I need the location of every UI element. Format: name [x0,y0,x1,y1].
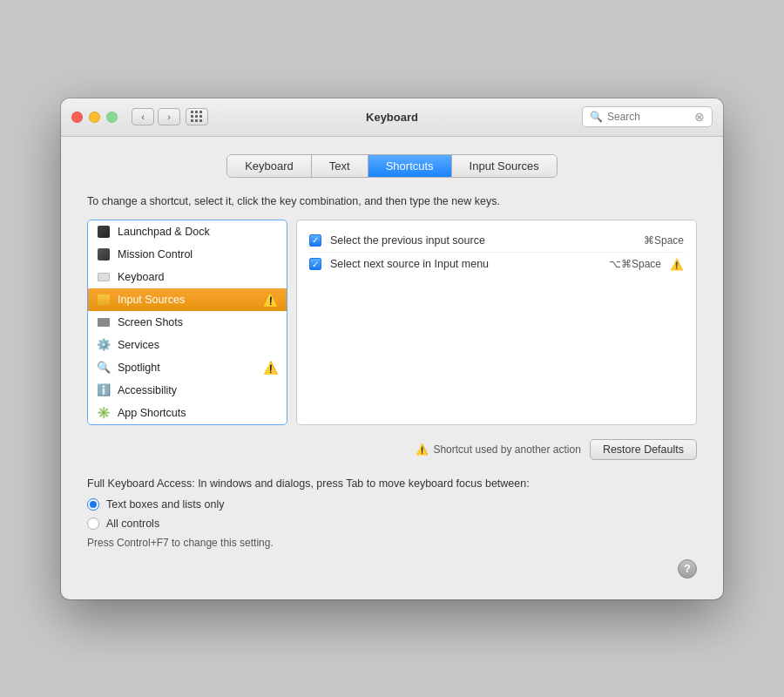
spotlight-warning-icon: ⚠️ [263,361,278,375]
sidebar-item-keyboard[interactable]: Keyboard [88,266,287,288]
sidebar-label-keyboard: Keyboard [118,271,165,283]
keyboard-access-section: Full Keyboard Access: In windows and dia… [87,477,697,549]
shortcut-key-next-input[interactable]: ⌥⌘Space [609,258,661,270]
shortcuts-panel: ✓ Select the previous input source ⌘Spac… [296,220,697,425]
radio-inner-text-boxes [90,501,97,508]
radio-label-all-controls: All controls [106,518,159,530]
accessibility-icon: ℹ️ [97,383,111,397]
shortcut-label-prev-input: Select the previous input source [330,234,635,247]
help-section: ? [87,559,697,579]
next-input-warning-icon: ⚠️ [670,258,684,271]
grid-icon [191,111,203,123]
shortcut-label-next-input: Select next source in Input menu [330,258,600,270]
sidebar-item-services[interactable]: ⚙️ Services [88,334,287,356]
search-input[interactable] [607,111,690,123]
sidebar-item-input-sources[interactable]: Input Sources ⚠️ [88,288,287,311]
keyboard-preferences-window: ‹ › Keyboard 🔍 ⊗ Keyboard Text Shortcuts… [61,98,723,599]
sidebar-item-app-shortcuts[interactable]: ✳️ App Shortcuts [88,402,287,424]
restore-defaults-button[interactable]: Restore Defaults [590,439,697,460]
grid-button[interactable] [186,108,208,125]
shortcut-checkbox-prev-input[interactable]: ✓ [309,234,321,247]
content-area: Keyboard Text Shortcuts Input Sources To… [61,137,723,599]
radio-btn-text-boxes[interactable] [87,498,99,511]
sidebar-label-accessibility: Accessibility [118,384,177,396]
keyboard-icon [97,270,111,284]
keyboard-access-title: Full Keyboard Access: In windows and dia… [87,477,697,490]
sidebar-label-input-sources: Input Sources [118,294,185,306]
radio-group: Text boxes and lists only All controls [87,498,697,530]
appshortcuts-icon: ✳️ [97,406,111,420]
tab-bar: Keyboard Text Shortcuts Input Sources [87,154,697,178]
radio-text-boxes[interactable]: Text boxes and lists only [87,498,697,511]
help-button[interactable]: ? [678,559,697,579]
close-button[interactable] [71,112,83,123]
sidebar-label-launchpad: Launchpad & Dock [118,226,210,238]
gear-icon: ⚙️ [97,338,111,352]
search-bar[interactable]: 🔍 ⊗ [582,106,713,127]
titlebar: ‹ › Keyboard 🔍 ⊗ [61,98,723,137]
press-note: Press Control+F7 to change this setting. [87,537,697,549]
instructions-text: To change a shortcut, select it, click t… [87,195,697,207]
sidebar-item-screen-shots[interactable]: Screen Shots [88,311,287,334]
sidebar-item-accessibility[interactable]: ℹ️ Accessibility [88,379,287,402]
main-layout: Launchpad & Dock Mission Control Keyboar… [87,220,697,425]
tab-input-sources[interactable]: Input Sources [452,155,557,177]
maximize-button[interactable] [106,112,118,123]
nav-buttons: ‹ › [132,108,180,125]
search-icon: 🔍 [590,111,603,123]
spotlight-icon: 🔍 [97,361,111,375]
sidebar-label-spotlight: Spotlight [118,362,160,374]
input-sources-warning-icon: ⚠️ [263,293,278,307]
tab-text[interactable]: Text [312,155,368,177]
back-button[interactable]: ‹ [132,108,154,125]
launchpad-icon [97,225,111,239]
shortcut-row-prev-input: ✓ Select the previous input source ⌘Spac… [309,229,684,253]
warning-area: ⚠️ Shortcut used by another action Resto… [87,439,697,460]
radio-btn-all-controls[interactable] [87,518,99,530]
sidebar-list: Launchpad & Dock Mission Control Keyboar… [87,220,287,425]
warning-message: ⚠️ Shortcut used by another action [416,443,580,456]
search-clear-icon[interactable]: ⊗ [694,110,705,124]
window-title: Keyboard [366,111,418,124]
shortcut-row-next-input: ✓ Select next source in Input menu ⌥⌘Spa… [309,253,684,276]
warning-icon: ⚠️ [416,443,429,456]
warning-text-label: Shortcut used by another action [433,443,580,456]
sidebar-label-app-shortcuts: App Shortcuts [118,407,186,419]
shortcut-checkbox-next-input[interactable]: ✓ [309,258,321,270]
sidebar-item-launchpad-dock[interactable]: Launchpad & Dock [88,220,287,243]
folder-icon [97,293,111,307]
shortcut-key-prev-input[interactable]: ⌘Space [644,234,684,247]
radio-all-controls[interactable]: All controls [87,518,697,530]
tab-group: Keyboard Text Shortcuts Input Sources [226,154,558,178]
minimize-button[interactable] [89,112,100,123]
forward-button[interactable]: › [158,108,180,125]
sidebar-label-screenshots: Screen Shots [118,316,183,328]
sidebar-label-mission: Mission Control [118,248,193,261]
radio-label-text-boxes: Text boxes and lists only [106,498,225,511]
sidebar-item-spotlight[interactable]: 🔍 Spotlight ⚠️ [88,356,287,379]
screenshot-icon [97,315,111,329]
traffic-lights [71,112,118,123]
tab-shortcuts[interactable]: Shortcuts [368,155,452,177]
sidebar-item-mission-control[interactable]: Mission Control [88,243,287,266]
tab-keyboard[interactable]: Keyboard [227,155,312,177]
sidebar-label-services: Services [118,339,159,351]
mission-control-icon [97,247,111,261]
